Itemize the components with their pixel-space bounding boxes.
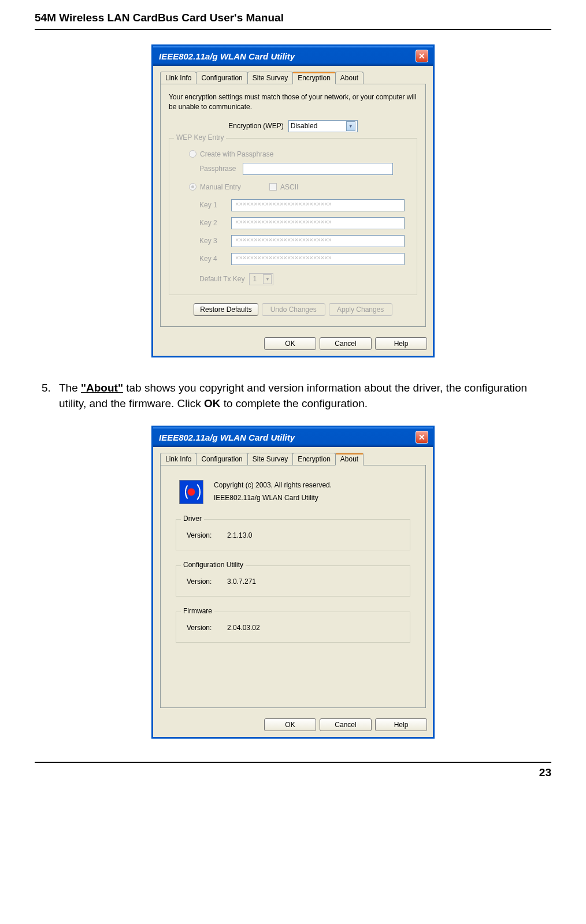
- key3-label: Key 3: [199, 237, 231, 245]
- product-logo-icon: [179, 480, 203, 504]
- step-bold2: OK: [204, 397, 221, 409]
- driver-version-label: Version:: [187, 531, 227, 539]
- dialog-encryption: IEEE802.11a/g WLAN Card Utility ✕ Link I…: [151, 44, 435, 357]
- step-5: 5. The "About" tab shows you copyright a…: [42, 381, 551, 411]
- tab-site-survey[interactable]: Site Survey: [247, 72, 293, 84]
- encryption-value: Disabled: [291, 122, 318, 130]
- default-tx-value: 1: [253, 275, 257, 283]
- tab-panel-about: Copyright (c) 2003, All rights reserved.…: [160, 465, 426, 708]
- encryption-select[interactable]: Disabled ▼: [288, 120, 358, 132]
- ok-button[interactable]: OK: [264, 337, 316, 350]
- driver-group: Driver Version: 2.1.13.0: [176, 519, 410, 550]
- firmware-group-title: Firmware: [181, 607, 214, 615]
- tab-panel-encryption: Your encryption settings must match thos…: [160, 84, 426, 327]
- close-icon[interactable]: ✕: [416, 431, 428, 444]
- step-suffix: to complete the configuration.: [220, 397, 368, 409]
- config-version-label: Version:: [187, 578, 227, 586]
- about-header: Copyright (c) 2003, All rights reserved.…: [179, 479, 417, 504]
- tab-configuration[interactable]: Configuration: [196, 72, 247, 84]
- ascii-checkbox: [269, 183, 277, 191]
- tab-strip: Link Info Configuration Site Survey Encr…: [160, 453, 426, 465]
- cancel-button[interactable]: Cancel: [320, 337, 372, 350]
- titlebar: IEEE802.11a/g WLAN Card Utility ✕: [153, 46, 433, 66]
- default-tx-label: Default Tx Key: [199, 275, 244, 283]
- passphrase-label: Passphrase: [199, 165, 243, 173]
- help-button[interactable]: Help: [375, 337, 427, 350]
- chevron-down-icon: ▼: [346, 121, 355, 131]
- tab-site-survey[interactable]: Site Survey: [247, 453, 293, 465]
- step-prefix: The: [59, 382, 81, 394]
- tab-link-info[interactable]: Link Info: [160, 453, 196, 465]
- screenshot-encryption: IEEE802.11a/g WLAN Card Utility ✕ Link I…: [35, 44, 551, 357]
- key1-label: Key 1: [199, 201, 231, 209]
- key1-input: ××××××××××××××××××××××××××: [231, 199, 405, 211]
- key4-input: ××××××××××××××××××××××××××: [231, 253, 405, 265]
- encryption-label: Encryption (WEP): [228, 122, 283, 130]
- driver-group-title: Driver: [181, 515, 204, 523]
- copyright-text: Copyright (c) 2003, All rights reserved.: [214, 479, 332, 492]
- key2-label: Key 2: [199, 219, 231, 227]
- tab-about[interactable]: About: [335, 453, 364, 465]
- apply-changes-button: Apply Changes: [329, 303, 392, 316]
- tab-about[interactable]: About: [335, 72, 364, 84]
- screenshot-about: IEEE802.11a/g WLAN Card Utility ✕ Link I…: [35, 426, 551, 739]
- wep-button-row: Restore Defaults Undo Changes Apply Chan…: [169, 303, 417, 316]
- cancel-button[interactable]: Cancel: [320, 718, 372, 731]
- help-button[interactable]: Help: [375, 718, 427, 731]
- product-name: IEEE802.11a/g WLAN Card Utility: [214, 492, 332, 505]
- firmware-version-label: Version:: [187, 624, 227, 632]
- radio-passphrase-label: Create with Passphrase: [200, 150, 273, 158]
- dialog-buttons: OK Cancel Help: [153, 333, 433, 356]
- radio-passphrase: [189, 150, 196, 158]
- passphrase-input: [243, 163, 393, 175]
- dialog-body: Link Info Configuration Site Survey Encr…: [153, 66, 433, 333]
- close-icon[interactable]: ✕: [416, 50, 428, 62]
- window-title: IEEE802.11a/g WLAN Card Utility: [159, 51, 295, 61]
- about-header-text: Copyright (c) 2003, All rights reserved.…: [214, 479, 332, 504]
- dialog-about: IEEE802.11a/g WLAN Card Utility ✕ Link I…: [151, 426, 435, 739]
- firmware-group: Firmware Version: 2.04.03.02: [176, 612, 410, 643]
- radio-manual: [189, 183, 196, 191]
- step-text: The "About" tab shows you copyright and …: [59, 381, 551, 411]
- dialog-body: Link Info Configuration Site Survey Encr…: [153, 447, 433, 714]
- step-bold1: "About": [81, 382, 123, 394]
- tab-link-info[interactable]: Link Info: [160, 72, 196, 84]
- undo-changes-button: Undo Changes: [262, 303, 325, 316]
- window-title: IEEE802.11a/g WLAN Card Utility: [159, 433, 295, 442]
- dialog-buttons: OK Cancel Help: [153, 714, 433, 737]
- default-tx-select: 1 ▼: [249, 273, 273, 285]
- titlebar: IEEE802.11a/g WLAN Card Utility ✕: [153, 427, 433, 447]
- wep-groupbox: WEP Key Entry Create with Passphrase Pas…: [169, 138, 417, 295]
- tab-encryption[interactable]: Encryption: [292, 453, 336, 465]
- tab-strip: Link Info Configuration Site Survey Encr…: [160, 72, 426, 84]
- tab-encryption[interactable]: Encryption: [292, 72, 336, 84]
- key4-label: Key 4: [199, 255, 231, 263]
- ok-button[interactable]: OK: [264, 718, 316, 731]
- restore-defaults-button[interactable]: Restore Defaults: [194, 303, 258, 316]
- config-utility-group: Configuration Utility Version: 3.0.7.271: [176, 565, 410, 597]
- config-version-value: 3.0.7.271: [227, 578, 256, 586]
- firmware-version-value: 2.04.03.02: [227, 624, 260, 632]
- driver-version-value: 2.1.13.0: [227, 531, 252, 539]
- page-header: 54M Wireless LAN CardBus Card User's Man…: [35, 12, 551, 30]
- step-number: 5.: [42, 381, 59, 411]
- key3-input: ××××××××××××××××××××××××××: [231, 235, 405, 247]
- tab-configuration[interactable]: Configuration: [196, 453, 247, 465]
- intro-text: Your encryption settings must match thos…: [169, 92, 417, 112]
- config-group-title: Configuration Utility: [181, 561, 246, 569]
- chevron-down-icon: ▼: [263, 274, 272, 284]
- radio-manual-label: Manual Entry: [200, 183, 269, 191]
- ascii-label: ASCII: [280, 183, 298, 191]
- key2-input: ××××××××××××××××××××××××××: [231, 217, 405, 229]
- wep-group-title: WEP Key Entry: [174, 133, 226, 141]
- page-number: 23: [35, 762, 551, 779]
